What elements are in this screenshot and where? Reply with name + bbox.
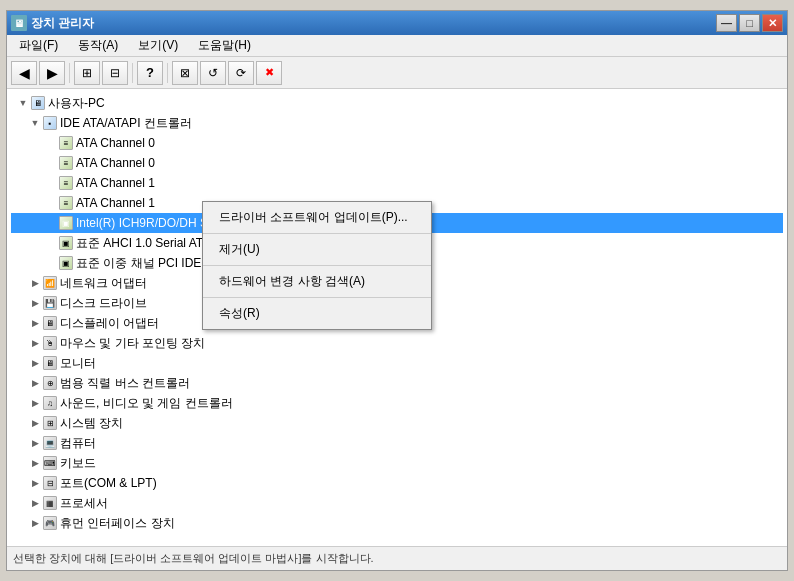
ata-icon: ≡ — [59, 136, 73, 150]
help-button[interactable]: ? — [137, 61, 163, 85]
monitor-label: 모니터 — [60, 355, 96, 372]
ata-icon: ≡ — [59, 156, 73, 170]
expand-icon[interactable]: ▼ — [15, 95, 31, 111]
expand-icon[interactable]: ▶ — [27, 375, 43, 391]
expand-icon[interactable]: ▶ — [27, 515, 43, 531]
menu-view[interactable]: 보기(V) — [130, 35, 186, 56]
expand-icon[interactable]: ▶ — [27, 435, 43, 451]
sata-icon: ▣ — [59, 216, 73, 230]
expand-icon[interactable]: ▶ — [27, 475, 43, 491]
device-manager-window: 🖥 장치 관리자 — □ ✕ 파일(F) 동작(A) 보기(V) 도움말(H) … — [6, 10, 788, 571]
menu-help[interactable]: 도움말(H) — [190, 35, 259, 56]
usb-label: 범용 직렬 버스 컨트롤러 — [60, 375, 190, 392]
mouse-icon: 🖱 — [43, 336, 57, 350]
menubar: 파일(F) 동작(A) 보기(V) 도움말(H) — [7, 35, 787, 57]
display-label: 디스플레이 어댑터 — [60, 315, 159, 332]
expand-icon[interactable]: ▶ — [27, 295, 43, 311]
expand-icon[interactable]: ▶ — [27, 355, 43, 371]
update-button[interactable]: ↺ — [200, 61, 226, 85]
sound-label: 사운드, 비디오 및 게임 컨트롤러 — [60, 395, 233, 412]
titlebar-buttons: — □ ✕ — [716, 14, 783, 32]
titlebar-icon: 🖥 — [11, 15, 27, 31]
tree-item-system[interactable]: ▶ ⊞ 시스템 장치 — [11, 413, 783, 433]
context-menu-separator-2 — [203, 265, 431, 266]
toolbar-separator-3 — [167, 63, 168, 83]
forward-button[interactable]: ▶ — [39, 61, 65, 85]
menu-action[interactable]: 동작(A) — [70, 35, 126, 56]
content-area: ▼ 🖥 사용자-PC ▼ ▪ IDE ATA/ATAPI 컨트롤러 ▶ ≡ AT… — [7, 89, 787, 546]
sound-icon: ♫ — [43, 396, 57, 410]
properties-button[interactable]: ⊠ — [172, 61, 198, 85]
tree-item-ata0a[interactable]: ▶ ≡ ATA Channel 0 — [11, 133, 783, 153]
tree-item-sound[interactable]: ▶ ♫ 사운드, 비디오 및 게임 컨트롤러 — [11, 393, 783, 413]
tree-item-monitor[interactable]: ▶ 🖥 모니터 — [11, 353, 783, 373]
menu-file[interactable]: 파일(F) — [11, 35, 66, 56]
maximize-button[interactable]: □ — [739, 14, 760, 32]
tree-item-mouse[interactable]: ▶ 🖱 마우스 및 기타 포인팅 장치 — [11, 333, 783, 353]
tree-item-port[interactable]: ▶ ⊟ 포트(COM & LPT) — [11, 473, 783, 493]
expand-icon[interactable]: ▶ — [27, 415, 43, 431]
tree-root[interactable]: ▼ 🖥 사용자-PC — [11, 93, 783, 113]
tree-item-keyboard[interactable]: ▶ ⌨ 키보드 — [11, 453, 783, 473]
expand-icon[interactable]: ▶ — [27, 395, 43, 411]
back-button[interactable]: ◀ — [11, 61, 37, 85]
context-properties[interactable]: 속성(R) — [203, 300, 431, 327]
minimize-button[interactable]: — — [716, 14, 737, 32]
context-menu: 드라이버 소프트웨어 업데이트(P)... 제거(U) 하드웨어 변경 사항 검… — [202, 201, 432, 330]
disk-label: 디스크 드라이브 — [60, 295, 147, 312]
expand-icon[interactable]: ▶ — [27, 335, 43, 351]
display-icon: 🖥 — [43, 316, 57, 330]
ata1a-label: ATA Channel 1 — [76, 176, 155, 190]
network-icon: 📶 — [43, 276, 57, 290]
keyboard-icon: ⌨ — [43, 456, 57, 470]
hid-label: 휴먼 인터페이스 장치 — [60, 515, 175, 532]
statusbar: 선택한 장치에 대해 [드라이버 소프트웨어 업데이트 마법사]를 시작합니다. — [7, 546, 787, 570]
network-label: 네트워크 어댑터 — [60, 275, 147, 292]
port-label: 포트(COM & LPT) — [60, 475, 157, 492]
ata-icon: ≡ — [59, 176, 73, 190]
toolbar: ◀ ▶ ⊞ ⊟ ? ⊠ ↺ ⟳ ✖ — [7, 57, 787, 89]
tree-item-ide[interactable]: ▼ ▪ IDE ATA/ATAPI 컨트롤러 — [11, 113, 783, 133]
titlebar: 🖥 장치 관리자 — □ ✕ — [7, 11, 787, 35]
processor-icon: ▦ — [43, 496, 57, 510]
close-button[interactable]: ✕ — [762, 14, 783, 32]
usb-icon: ⊕ — [43, 376, 57, 390]
scan-button[interactable]: ⟳ — [228, 61, 254, 85]
tree-item-usb[interactable]: ▶ ⊕ 범용 직렬 버스 컨트롤러 — [11, 373, 783, 393]
keyboard-label: 키보드 — [60, 455, 96, 472]
tree-item-processor[interactable]: ▶ ▦ 프로세서 — [11, 493, 783, 513]
uninstall-button[interactable]: ✖ — [256, 61, 282, 85]
ata1b-label: ATA Channel 1 — [76, 196, 155, 210]
computer-icon: 💻 — [43, 436, 57, 450]
tree-item-ata0b[interactable]: ▶ ≡ ATA Channel 0 — [11, 153, 783, 173]
ide-icon: ▪ — [43, 116, 57, 130]
monitor-icon: 🖥 — [43, 356, 57, 370]
computer-icon: 🖥 — [31, 96, 45, 110]
ahci-icon: ▣ — [59, 236, 73, 250]
expand-icon[interactable]: ▶ — [27, 455, 43, 471]
context-scan-hardware[interactable]: 하드웨어 변경 사항 검색(A) — [203, 268, 431, 295]
ata0a-label: ATA Channel 0 — [76, 136, 155, 150]
context-uninstall[interactable]: 제거(U) — [203, 236, 431, 263]
tree-item-hid[interactable]: ▶ 🎮 휴먼 인터페이스 장치 — [11, 513, 783, 533]
expand-icon[interactable]: ▼ — [27, 115, 43, 131]
expand-icon[interactable]: ▶ — [27, 495, 43, 511]
collapse-button[interactable]: ⊟ — [102, 61, 128, 85]
expand-icon[interactable]: ▶ — [27, 315, 43, 331]
toolbar-separator-1 — [69, 63, 70, 83]
tree-item-ata1a[interactable]: ▶ ≡ ATA Channel 1 — [11, 173, 783, 193]
toolbar-separator-2 — [132, 63, 133, 83]
ide-label: IDE ATA/ATAPI 컨트롤러 — [60, 115, 192, 132]
ata0b-label: ATA Channel 0 — [76, 156, 155, 170]
statusbar-text: 선택한 장치에 대해 [드라이버 소프트웨어 업데이트 마법사]를 시작합니다. — [13, 551, 374, 566]
pci-ide-icon: ▣ — [59, 256, 73, 270]
tree-item-computer[interactable]: ▶ 💻 컴퓨터 — [11, 433, 783, 453]
expand-icon[interactable]: ▶ — [27, 275, 43, 291]
disk-icon: 💾 — [43, 296, 57, 310]
titlebar-title: 장치 관리자 — [31, 15, 716, 32]
expand-button[interactable]: ⊞ — [74, 61, 100, 85]
context-menu-separator-3 — [203, 297, 431, 298]
context-update-driver[interactable]: 드라이버 소프트웨어 업데이트(P)... — [203, 204, 431, 231]
hid-icon: 🎮 — [43, 516, 57, 530]
port-icon: ⊟ — [43, 476, 57, 490]
